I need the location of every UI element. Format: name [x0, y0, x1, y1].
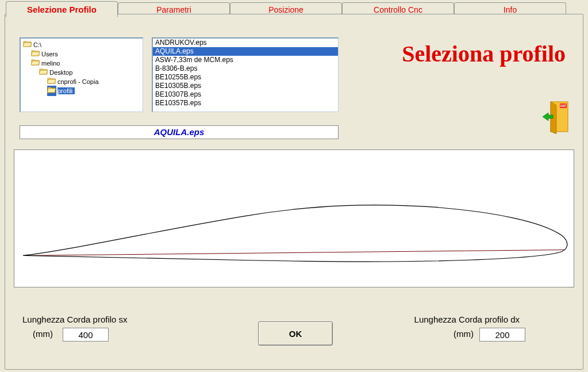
file-list[interactable]: ANDRUKOV.epsAQUILA.epsASW-7,33m de MCM.e…	[152, 37, 339, 112]
svg-text:EXIT: EXIT	[560, 105, 566, 108]
file-list-item[interactable]: BE10305B.eps	[153, 82, 338, 90]
chord-dx-input[interactable]	[479, 328, 525, 342]
tree-item-label: cnprofi - Copia	[57, 78, 99, 85]
tab-panel: C:\UsersmelinoDesktopcnprofi - Copiaprof…	[5, 14, 583, 370]
tree-item[interactable]: Users	[21, 49, 143, 58]
file-list-item[interactable]: ASW-7,33m de MCM.eps	[153, 56, 338, 64]
file-list-item[interactable]: B-8306-B.eps	[153, 64, 338, 73]
file-list-item[interactable]: BE10255B.eps	[153, 73, 338, 82]
chord-sx-input[interactable]	[63, 328, 109, 342]
tree-item[interactable]: profili	[21, 86, 143, 95]
svg-line-5	[23, 250, 565, 256]
airfoil-preview	[14, 149, 574, 287]
file-list-item[interactable]: AQUILA.eps	[153, 47, 338, 56]
bottom-controls: Lunghezza Corda profilo sx (mm) OK Lungh…	[5, 315, 583, 355]
ok-button[interactable]: OK	[258, 321, 333, 346]
tab-selezione-profilo[interactable]: Selezione Profilo	[6, 1, 118, 17]
tree-item[interactable]: Desktop	[21, 67, 143, 76]
chord-dx-unit: (mm)	[454, 329, 474, 339]
exit-door-icon: EXIT	[543, 101, 571, 134]
tree-item-label: C:\	[33, 41, 41, 48]
file-list-item[interactable]: ANDRUKOV.eps	[153, 39, 338, 47]
folder-icon	[47, 86, 56, 96]
file-list-item[interactable]: BE10307B.eps	[153, 90, 338, 99]
file-list-item[interactable]: BE10357B.eps	[153, 99, 338, 108]
selected-file-display: AQUILA.eps	[20, 125, 339, 139]
tree-item[interactable]: melino	[21, 58, 143, 67]
folder-tree[interactable]: C:\UsersmelinoDesktopcnprofi - Copiaprof…	[20, 37, 143, 112]
chord-sx-label: Lunghezza Corda profilo sx	[22, 315, 128, 324]
page-title: Seleziona profilo	[402, 40, 566, 67]
tree-item[interactable]: C:\	[21, 40, 143, 49]
chord-dx-label: Lunghezza Corda profilo dx	[414, 315, 520, 324]
exit-button[interactable]: EXIT	[543, 101, 571, 134]
tree-item-label: Desktop	[49, 69, 72, 76]
tree-item-label: Users	[41, 51, 58, 57]
chord-sx-unit: (mm)	[33, 329, 53, 339]
tree-item-label: melino	[41, 60, 60, 67]
tree-item-label: profili	[57, 87, 75, 94]
tree-item[interactable]: cnprofi - Copia	[21, 76, 143, 86]
